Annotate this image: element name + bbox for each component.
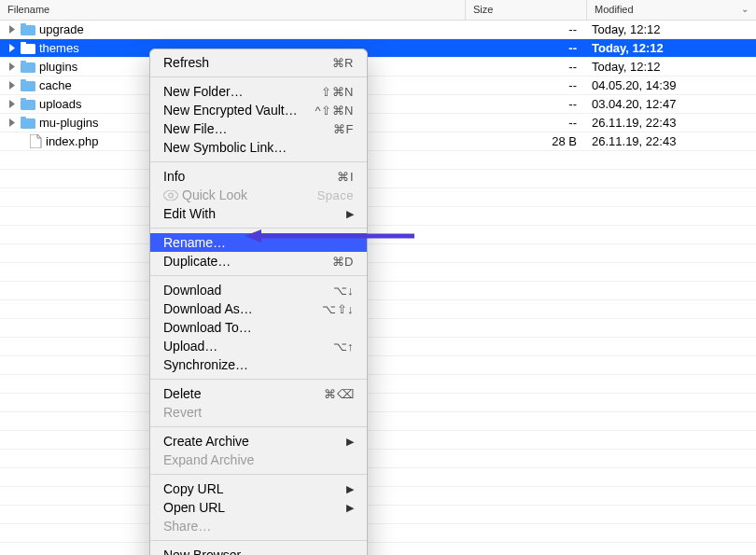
empty-row (0, 506, 756, 524)
empty-row (0, 263, 756, 282)
submenu-arrow-icon: ▶ (346, 483, 354, 495)
menu-item-new-symbolic-link[interactable]: New Symbolic Link… (150, 138, 367, 157)
file-size-label: -- (465, 22, 586, 36)
menu-item-label: Synchronize… (163, 357, 354, 372)
menu-item-download-to[interactable]: Download To… (150, 318, 367, 337)
file-modified-label: 03.04.20, 12:47 (586, 97, 756, 111)
sort-indicator-icon: ⌄ (741, 4, 749, 14)
empty-row (0, 543, 756, 555)
empty-row (0, 450, 756, 468)
file-name-label: index.php (46, 134, 98, 148)
table-row[interactable]: themes--Today, 12:12 (0, 39, 756, 58)
empty-row (0, 282, 756, 300)
menu-item-duplicate[interactable]: Duplicate…⌘D (150, 252, 367, 271)
menu-item-label: Edit With (163, 206, 346, 221)
folder-icon (21, 98, 35, 110)
menu-item-label: Delete (163, 386, 324, 401)
empty-row (0, 431, 756, 450)
file-icon (30, 134, 42, 148)
disclosure-triangle-icon[interactable] (7, 62, 17, 71)
empty-row (0, 188, 756, 207)
disclosure-triangle-icon[interactable] (7, 118, 17, 127)
menu-item-edit-with[interactable]: Edit With▶ (150, 204, 367, 223)
menu-item-quick-look: Quick LookSpace (150, 186, 367, 204)
file-size-label: -- (465, 41, 586, 55)
menu-item-rename[interactable]: Rename… (150, 233, 367, 252)
menu-item-label: Revert (163, 405, 354, 420)
empty-row (0, 412, 756, 431)
menu-item-new-folder[interactable]: New Folder…⇧⌘N (150, 82, 367, 101)
svg-rect-1 (21, 25, 35, 35)
context-menu[interactable]: Refresh⌘RNew Folder…⇧⌘NNew Encrypted Vau… (149, 49, 368, 555)
menu-item-download[interactable]: Download⌥↓ (150, 281, 367, 299)
menu-item-new-encrypted-vault[interactable]: New Encrypted Vault…^⇧⌘N (150, 101, 367, 119)
file-size-label: -- (465, 116, 586, 130)
empty-row (0, 151, 756, 170)
menu-separator (150, 161, 367, 162)
column-header-modified[interactable]: Modified ⌄ (586, 0, 756, 20)
menu-shortcut: Space (317, 188, 354, 202)
column-header-filename[interactable]: Filename (0, 0, 465, 20)
menu-shortcut: ⇧⌘N (321, 85, 354, 99)
file-name-label: themes (39, 41, 79, 55)
menu-separator (150, 379, 367, 380)
file-name-label: mu-plugins (39, 116, 99, 130)
menu-item-label: Info (163, 169, 337, 184)
disclosure-triangle-icon[interactable] (7, 81, 17, 90)
submenu-arrow-icon: ▶ (346, 436, 354, 448)
table-row[interactable]: uploads--03.04.20, 12:47 (0, 95, 756, 114)
svg-rect-7 (21, 81, 35, 91)
menu-item-label: Expand Archive (163, 452, 354, 467)
menu-item-create-archive[interactable]: Create Archive▶ (150, 432, 367, 451)
empty-row (0, 300, 756, 319)
submenu-arrow-icon: ▶ (346, 208, 354, 220)
menu-item-new-browser[interactable]: New Browser (150, 546, 367, 555)
empty-row (0, 319, 756, 338)
menu-item-synchronize[interactable]: Synchronize… (150, 355, 367, 374)
table-row[interactable]: index.php28 B26.11.19, 22:43 (0, 132, 756, 151)
menu-item-label: Download (163, 283, 333, 298)
svg-rect-9 (21, 100, 35, 110)
menu-item-share: Share… (150, 517, 367, 535)
folder-icon (21, 79, 35, 91)
table-row[interactable]: mu-plugins--26.11.19, 22:43 (0, 114, 756, 132)
menu-separator (150, 426, 367, 427)
menu-item-upload[interactable]: Upload…⌥↑ (150, 337, 367, 355)
menu-item-info[interactable]: Info⌘I (150, 167, 367, 186)
menu-shortcut: ⌘F (333, 122, 354, 136)
menu-item-label: Refresh (163, 55, 332, 70)
submenu-arrow-icon: ▶ (346, 502, 354, 514)
menu-separator (150, 275, 367, 276)
file-list[interactable]: upgrade--Today, 12:12themes--Today, 12:1… (0, 21, 756, 555)
table-row[interactable]: cache--04.05.20, 14:39 (0, 76, 756, 95)
folder-icon (21, 42, 35, 54)
menu-item-copy-url[interactable]: Copy URL▶ (150, 479, 367, 498)
svg-rect-5 (21, 62, 35, 73)
table-row[interactable]: plugins--Today, 12:12 (0, 58, 756, 76)
file-modified-label: Today, 12:12 (586, 41, 756, 55)
menu-item-open-url[interactable]: Open URL▶ (150, 498, 367, 517)
empty-row (0, 375, 756, 394)
svg-point-12 (169, 193, 174, 198)
svg-rect-11 (21, 118, 35, 129)
disclosure-triangle-icon[interactable] (7, 25, 17, 34)
menu-separator (150, 228, 367, 229)
menu-item-delete[interactable]: Delete⌘⌫ (150, 384, 367, 403)
empty-row (0, 207, 756, 226)
file-size-label: -- (465, 97, 586, 111)
empty-row (0, 226, 756, 244)
disclosure-triangle-icon[interactable] (7, 44, 17, 52)
empty-row (0, 487, 756, 506)
menu-item-download-as[interactable]: Download As…⌥⇧↓ (150, 299, 367, 318)
disclosure-triangle-icon[interactable] (7, 100, 17, 108)
menu-item-label: Copy URL (163, 481, 346, 496)
table-row[interactable]: upgrade--Today, 12:12 (0, 21, 756, 39)
column-header-size[interactable]: Size (465, 0, 586, 20)
menu-item-new-file[interactable]: New File…⌘F (150, 119, 367, 138)
column-header-modified-label: Modified (595, 4, 634, 15)
menu-item-revert: Revert (150, 403, 367, 422)
menu-item-label: Share… (163, 519, 354, 534)
menu-item-refresh[interactable]: Refresh⌘R (150, 53, 367, 72)
empty-row (0, 170, 756, 188)
file-size-label: 28 B (465, 134, 586, 148)
